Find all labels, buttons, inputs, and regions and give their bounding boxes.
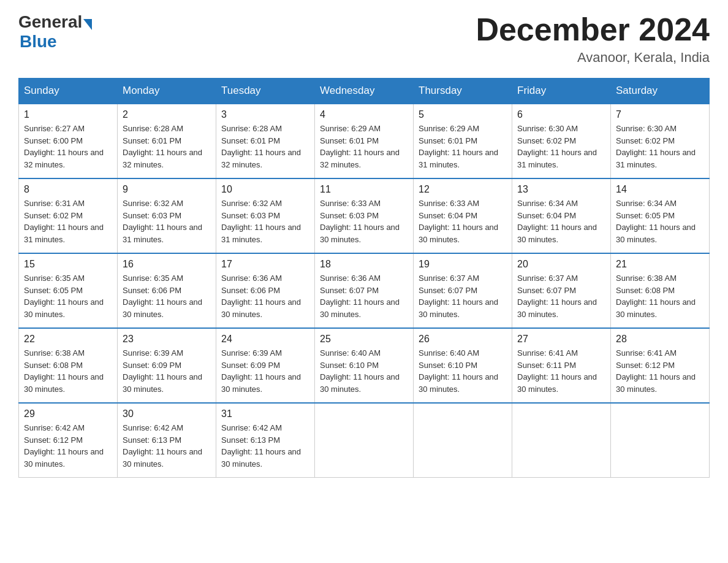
day-info: Sunrise: 6:30 AM Sunset: 6:02 PM Dayligh… [616, 123, 704, 170]
calendar-week-row: 1 Sunrise: 6:27 AM Sunset: 6:00 PM Dayli… [19, 104, 710, 178]
calendar-week-row: 29 Sunrise: 6:42 AM Sunset: 6:12 PM Dayl… [19, 403, 710, 478]
calendar-day-cell: 23 Sunrise: 6:39 AM Sunset: 6:09 PM Dayl… [118, 328, 216, 403]
calendar-empty-cell [611, 403, 710, 478]
day-number: 13 [517, 184, 605, 195]
day-info: Sunrise: 6:29 AM Sunset: 6:01 PM Dayligh… [419, 123, 507, 170]
page-header: General Blue December 2024 Avanoor, Kera… [18, 12, 710, 66]
calendar-day-cell: 1 Sunrise: 6:27 AM Sunset: 6:00 PM Dayli… [19, 104, 118, 178]
day-info: Sunrise: 6:33 AM Sunset: 6:04 PM Dayligh… [419, 197, 507, 245]
day-number: 3 [221, 109, 309, 120]
calendar-day-cell: 4 Sunrise: 6:29 AM Sunset: 6:01 PM Dayli… [315, 104, 414, 178]
calendar-day-cell: 18 Sunrise: 6:36 AM Sunset: 6:07 PM Dayl… [315, 253, 414, 328]
day-info: Sunrise: 6:32 AM Sunset: 6:03 PM Dayligh… [123, 197, 211, 245]
day-number: 6 [517, 109, 605, 120]
day-number: 24 [221, 334, 309, 345]
day-number: 4 [320, 109, 408, 120]
day-number: 9 [123, 184, 211, 195]
calendar-day-cell: 15 Sunrise: 6:35 AM Sunset: 6:05 PM Dayl… [19, 253, 118, 328]
day-info: Sunrise: 6:39 AM Sunset: 6:09 PM Dayligh… [123, 347, 211, 395]
calendar-day-cell: 21 Sunrise: 6:38 AM Sunset: 6:08 PM Dayl… [611, 253, 710, 328]
day-number: 19 [419, 259, 507, 270]
calendar-header-thursday: Thursday [414, 79, 512, 104]
day-number: 30 [123, 408, 211, 419]
day-number: 25 [320, 334, 408, 345]
day-number: 22 [24, 334, 112, 345]
day-info: Sunrise: 6:38 AM Sunset: 6:08 PM Dayligh… [24, 347, 112, 395]
day-info: Sunrise: 6:38 AM Sunset: 6:08 PM Dayligh… [616, 272, 704, 320]
calendar-day-cell: 20 Sunrise: 6:37 AM Sunset: 6:07 PM Dayl… [512, 253, 611, 328]
calendar-day-cell: 16 Sunrise: 6:35 AM Sunset: 6:06 PM Dayl… [118, 253, 216, 328]
day-number: 27 [517, 334, 605, 345]
day-number: 10 [221, 184, 309, 195]
day-number: 18 [320, 259, 408, 270]
day-info: Sunrise: 6:36 AM Sunset: 6:07 PM Dayligh… [320, 272, 408, 320]
calendar-day-cell: 28 Sunrise: 6:41 AM Sunset: 6:12 PM Dayl… [611, 328, 710, 403]
calendar-header-sunday: Sunday [19, 79, 118, 104]
day-info: Sunrise: 6:33 AM Sunset: 6:03 PM Dayligh… [320, 197, 408, 245]
calendar-day-cell: 10 Sunrise: 6:32 AM Sunset: 6:03 PM Dayl… [216, 178, 315, 253]
calendar-day-cell: 7 Sunrise: 6:30 AM Sunset: 6:02 PM Dayli… [611, 104, 710, 178]
title-block: December 2024 Avanoor, Kerala, India [476, 12, 710, 66]
day-info: Sunrise: 6:30 AM Sunset: 6:02 PM Dayligh… [517, 123, 605, 170]
day-info: Sunrise: 6:42 AM Sunset: 6:13 PM Dayligh… [221, 422, 309, 470]
logo-blue-text: Blue [20, 32, 57, 52]
calendar-week-row: 15 Sunrise: 6:35 AM Sunset: 6:05 PM Dayl… [19, 253, 710, 328]
day-info: Sunrise: 6:41 AM Sunset: 6:12 PM Dayligh… [616, 347, 704, 395]
location-text: Avanoor, Kerala, India [476, 50, 710, 66]
day-number: 8 [24, 184, 112, 195]
calendar-header-tuesday: Tuesday [216, 79, 315, 104]
day-number: 23 [123, 334, 211, 345]
calendar-day-cell: 12 Sunrise: 6:33 AM Sunset: 6:04 PM Dayl… [414, 178, 512, 253]
day-number: 5 [419, 109, 507, 120]
day-number: 2 [123, 109, 211, 120]
calendar-day-cell: 2 Sunrise: 6:28 AM Sunset: 6:01 PM Dayli… [118, 104, 216, 178]
logo-general-text: General [18, 12, 82, 32]
day-info: Sunrise: 6:40 AM Sunset: 6:10 PM Dayligh… [320, 347, 408, 395]
day-info: Sunrise: 6:42 AM Sunset: 6:13 PM Dayligh… [123, 422, 211, 470]
calendar-week-row: 8 Sunrise: 6:31 AM Sunset: 6:02 PM Dayli… [19, 178, 710, 253]
day-info: Sunrise: 6:28 AM Sunset: 6:01 PM Dayligh… [123, 123, 211, 170]
calendar-day-cell: 14 Sunrise: 6:34 AM Sunset: 6:05 PM Dayl… [611, 178, 710, 253]
day-info: Sunrise: 6:29 AM Sunset: 6:01 PM Dayligh… [320, 123, 408, 170]
calendar-day-cell: 22 Sunrise: 6:38 AM Sunset: 6:08 PM Dayl… [19, 328, 118, 403]
day-number: 29 [24, 408, 112, 419]
calendar-day-cell: 5 Sunrise: 6:29 AM Sunset: 6:01 PM Dayli… [414, 104, 512, 178]
calendar-day-cell: 30 Sunrise: 6:42 AM Sunset: 6:13 PM Dayl… [118, 403, 216, 478]
calendar-empty-cell [512, 403, 611, 478]
calendar-week-row: 22 Sunrise: 6:38 AM Sunset: 6:08 PM Dayl… [19, 328, 710, 403]
day-info: Sunrise: 6:40 AM Sunset: 6:10 PM Dayligh… [419, 347, 507, 395]
day-number: 15 [24, 259, 112, 270]
day-info: Sunrise: 6:27 AM Sunset: 6:00 PM Dayligh… [24, 123, 112, 170]
calendar-header-row: SundayMondayTuesdayWednesdayThursdayFrid… [19, 79, 710, 104]
calendar-day-cell: 9 Sunrise: 6:32 AM Sunset: 6:03 PM Dayli… [118, 178, 216, 253]
calendar-day-cell: 25 Sunrise: 6:40 AM Sunset: 6:10 PM Dayl… [315, 328, 414, 403]
day-number: 26 [419, 334, 507, 345]
day-info: Sunrise: 6:41 AM Sunset: 6:11 PM Dayligh… [517, 347, 605, 395]
day-number: 11 [320, 184, 408, 195]
calendar-header-friday: Friday [512, 79, 611, 104]
day-info: Sunrise: 6:34 AM Sunset: 6:04 PM Dayligh… [517, 197, 605, 245]
day-info: Sunrise: 6:35 AM Sunset: 6:06 PM Dayligh… [123, 272, 211, 320]
calendar-header-saturday: Saturday [611, 79, 710, 104]
day-info: Sunrise: 6:32 AM Sunset: 6:03 PM Dayligh… [221, 197, 309, 245]
day-number: 16 [123, 259, 211, 270]
calendar-table: SundayMondayTuesdayWednesdayThursdayFrid… [18, 78, 710, 478]
calendar-day-cell: 27 Sunrise: 6:41 AM Sunset: 6:11 PM Dayl… [512, 328, 611, 403]
day-number: 1 [24, 109, 112, 120]
day-number: 12 [419, 184, 507, 195]
calendar-day-cell: 13 Sunrise: 6:34 AM Sunset: 6:04 PM Dayl… [512, 178, 611, 253]
day-info: Sunrise: 6:31 AM Sunset: 6:02 PM Dayligh… [24, 197, 112, 245]
day-info: Sunrise: 6:35 AM Sunset: 6:05 PM Dayligh… [24, 272, 112, 320]
calendar-day-cell: 26 Sunrise: 6:40 AM Sunset: 6:10 PM Dayl… [414, 328, 512, 403]
calendar-day-cell: 11 Sunrise: 6:33 AM Sunset: 6:03 PM Dayl… [315, 178, 414, 253]
calendar-day-cell: 8 Sunrise: 6:31 AM Sunset: 6:02 PM Dayli… [19, 178, 118, 253]
day-info: Sunrise: 6:37 AM Sunset: 6:07 PM Dayligh… [419, 272, 507, 320]
calendar-header-monday: Monday [118, 79, 216, 104]
day-number: 21 [616, 259, 704, 270]
calendar-day-cell: 6 Sunrise: 6:30 AM Sunset: 6:02 PM Dayli… [512, 104, 611, 178]
day-info: Sunrise: 6:37 AM Sunset: 6:07 PM Dayligh… [517, 272, 605, 320]
calendar-day-cell: 17 Sunrise: 6:36 AM Sunset: 6:06 PM Dayl… [216, 253, 315, 328]
logo-arrow-icon [83, 19, 92, 30]
day-number: 31 [221, 408, 309, 419]
calendar-day-cell: 19 Sunrise: 6:37 AM Sunset: 6:07 PM Dayl… [414, 253, 512, 328]
